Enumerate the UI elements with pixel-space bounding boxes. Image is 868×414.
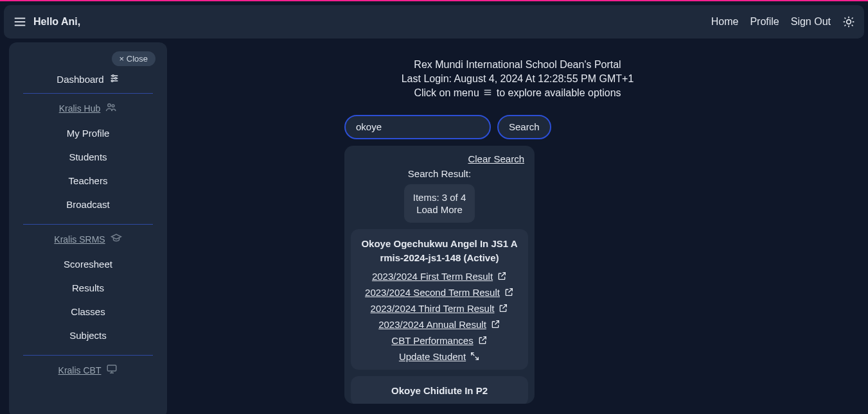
search-input[interactable] (344, 115, 491, 139)
svg-point-15 (114, 78, 116, 80)
external-link-icon (497, 271, 507, 281)
external-link-icon (490, 319, 500, 329)
sidebar-dashboard[interactable]: Dashboard (9, 73, 167, 85)
section-title-label: Kralis SRMS (54, 234, 105, 245)
external-link-icon (504, 287, 514, 297)
result-card: Okoye Chidiute In P2 (351, 376, 528, 404)
svg-point-3 (847, 20, 851, 24)
sidebar-item-broadcast[interactable]: Broadcast (9, 193, 167, 216)
divider (23, 224, 153, 225)
grad-cap-icon (111, 232, 122, 246)
nav-signout[interactable]: Sign Out (791, 16, 831, 28)
result-link[interactable]: CBT Performances (356, 335, 523, 346)
divider (23, 93, 153, 94)
results-panel: Clear Search Search Result: Items: 3 of … (344, 146, 535, 404)
monitor-icon (106, 363, 118, 377)
section-kralis-srms: Kralis SRMS (9, 232, 167, 246)
result-link-label: CBT Performances (391, 335, 473, 346)
svg-line-9 (852, 25, 853, 26)
load-more-button[interactable]: Load More (413, 204, 466, 215)
svg-point-17 (111, 80, 113, 82)
header-block: Rex Mundi International School Dean's Po… (180, 59, 855, 99)
svg-line-10 (845, 25, 846, 26)
result-card: Okoye Ogechukwu Angel In JS1 A rmis-2024… (351, 229, 528, 370)
sidebar-close-button[interactable]: × Close (112, 51, 155, 66)
menu-icon[interactable] (13, 15, 27, 29)
help-pre: Click on menu (414, 87, 482, 98)
section-title-label: Kralis CBT (58, 365, 102, 375)
accent-bar (0, 0, 868, 1)
dashboard-label: Dashboard (57, 74, 103, 85)
sliders-icon (109, 73, 120, 85)
sidebar: × Close Dashboard Kralis Hub My Profile … (9, 42, 167, 414)
svg-point-18 (108, 104, 111, 107)
last-login: Last Login: August 4, 2024 At 12:28:55 P… (180, 73, 855, 85)
search-result-title: Search Result: (351, 168, 528, 179)
result-link-label: 2023/2024 First Term Result (372, 271, 493, 282)
section-kralis-hub: Kralis Hub (9, 101, 167, 115)
greeting: Hello Ani, (33, 16, 80, 28)
sidebar-item-my-profile[interactable]: My Profile (9, 121, 167, 145)
clear-search-link[interactable]: Clear Search (351, 153, 524, 164)
svg-line-11 (852, 18, 853, 19)
sidebar-item-students[interactable]: Students (9, 145, 167, 169)
theme-toggle-icon[interactable] (842, 15, 855, 28)
expand-icon (470, 351, 480, 361)
sidebar-item-teachers[interactable]: Teachers (9, 169, 167, 193)
nav-home[interactable]: Home (711, 16, 739, 28)
sidebar-item-subjects[interactable]: Subjects (9, 323, 167, 347)
topbar: Hello Ani, Home Profile Sign Out (4, 5, 864, 39)
pagination-box: Items: 3 of 4 Load More (404, 184, 475, 223)
sidebar-scroll[interactable]: × Close Dashboard Kralis Hub My Profile … (9, 51, 167, 414)
svg-line-8 (845, 18, 846, 19)
section-title-label: Kralis Hub (59, 103, 101, 114)
result-link[interactable]: 2023/2024 Second Term Result (356, 287, 523, 298)
section-kralis-cbt: Kralis CBT (9, 363, 167, 377)
result-title-line1: Okoye Chidiute In P2 (356, 384, 523, 399)
result-link-label: 2023/2024 Second Term Result (365, 287, 500, 298)
items-count: Items: 3 of 4 (413, 192, 466, 203)
help-line: Click on menu to explore available optio… (180, 87, 855, 99)
svg-point-13 (112, 75, 114, 77)
help-post: to explore available options (497, 87, 621, 98)
nav-profile[interactable]: Profile (750, 16, 779, 28)
result-link-label: Update Student (399, 351, 466, 362)
main: Rex Mundi International School Dean's Po… (167, 42, 868, 414)
divider (23, 355, 153, 356)
svg-point-19 (112, 105, 114, 107)
external-link-icon (498, 303, 508, 313)
result-link[interactable]: 2023/2024 First Term Result (356, 271, 523, 282)
result-link[interactable]: Update Student (356, 351, 523, 362)
svg-rect-20 (108, 365, 117, 371)
result-link[interactable]: 2023/2024 Annual Result (356, 319, 523, 330)
search-button[interactable]: Search (497, 115, 551, 139)
sidebar-item-classes[interactable]: Classes (9, 300, 167, 323)
result-title-line2: rmis-2024-js1-148 (Active) (356, 251, 523, 266)
portal-title: Rex Mundi International School Dean's Po… (180, 59, 855, 71)
people-icon (105, 101, 117, 115)
menu-inline-icon (483, 88, 492, 99)
sidebar-item-scoresheet[interactable]: Scoresheet (9, 252, 167, 276)
result-title-line1: Okoye Ogechukwu Angel In JS1 A (356, 237, 523, 252)
sidebar-item-results[interactable]: Results (9, 276, 167, 300)
result-link[interactable]: 2023/2024 Third Term Result (356, 303, 523, 314)
result-link-label: 2023/2024 Third Term Result (371, 303, 495, 314)
result-link-label: 2023/2024 Annual Result (378, 319, 486, 330)
external-link-icon (477, 335, 488, 345)
search-row: Search (344, 115, 855, 139)
